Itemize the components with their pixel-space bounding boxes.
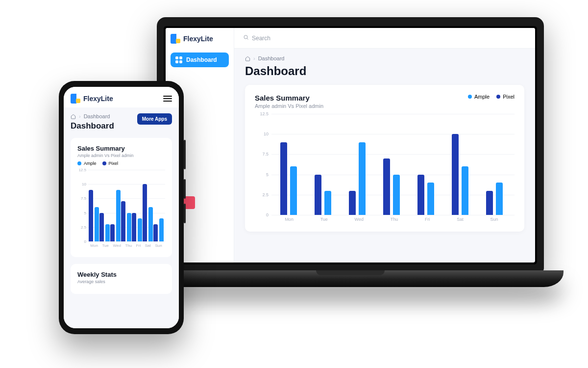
bar[interactable]	[127, 213, 131, 241]
bar[interactable]	[280, 142, 287, 215]
y-tick: 0	[255, 212, 269, 217]
card-title: Sales Summary	[77, 145, 165, 152]
bar[interactable]	[143, 184, 147, 241]
bar[interactable]	[393, 175, 400, 215]
card-subtitle: Ample admin Vs Pixel admin	[77, 153, 165, 158]
bar[interactable]	[121, 201, 125, 241]
bar[interactable]	[153, 224, 158, 241]
bar[interactable]	[417, 175, 424, 215]
legend-ample[interactable]: Ample	[77, 161, 97, 166]
svg-line-1	[247, 38, 248, 39]
breadcrumb-separator: ›	[79, 113, 81, 119]
desktop-app: FlexyLite Dashboard Search	[166, 28, 535, 263]
bar[interactable]	[148, 207, 153, 241]
bar[interactable]	[452, 134, 459, 215]
home-icon[interactable]	[71, 114, 76, 119]
bar[interactable]	[89, 190, 93, 241]
x-tick: Mon	[285, 217, 294, 227]
x-tick: Thu	[125, 243, 132, 253]
home-icon[interactable]	[245, 56, 250, 61]
bar[interactable]	[132, 213, 136, 241]
breadcrumb-current[interactable]: Dashboard	[258, 55, 285, 61]
bar[interactable]	[427, 183, 434, 215]
page-title: Dashboard	[71, 121, 114, 131]
y-tick: 7.5	[77, 196, 86, 201]
bar[interactable]	[315, 175, 321, 215]
top-search-bar[interactable]: Search	[234, 28, 535, 49]
bar[interactable]	[324, 191, 331, 215]
y-tick: 12.5	[77, 168, 86, 172]
y-tick: 0	[77, 239, 86, 244]
breadcrumb-current[interactable]: Dashboard	[84, 113, 110, 119]
bar[interactable]	[110, 224, 115, 241]
chart-legend: Ample Pixel	[77, 161, 165, 166]
search-placeholder: Search	[252, 35, 270, 42]
bar[interactable]	[105, 224, 110, 241]
sales-summary-card: Sales Summary Ample admin Vs Pixel admin…	[71, 138, 172, 257]
bar[interactable]	[290, 166, 297, 215]
bar[interactable]	[99, 213, 104, 241]
chart-legend: Ample Pixel	[468, 94, 514, 100]
x-tick: Tue	[102, 243, 109, 253]
bar-group	[99, 213, 110, 241]
bar[interactable]	[486, 191, 493, 215]
breadcrumb: › Dashboard	[245, 55, 524, 61]
legend-pixel[interactable]: Pixel	[496, 94, 514, 100]
y-tick: 7.5	[255, 152, 269, 157]
bar[interactable]	[159, 218, 164, 241]
sidebar-item-dashboard[interactable]: Dashboard	[171, 53, 229, 67]
x-tick: Sat	[145, 243, 151, 253]
bar-group	[417, 175, 434, 215]
y-tick: 10	[77, 182, 86, 186]
bar-group	[280, 142, 297, 215]
bar-group	[452, 134, 468, 215]
sales-summary-chart: 02.557.51012.5MonTueWedThuFriSatSun	[77, 170, 165, 253]
y-tick: 2.5	[77, 225, 86, 229]
card-subtitle: Ample admin Vs Pixel admin	[255, 103, 323, 109]
x-tick: Wed	[113, 243, 121, 253]
sales-summary-card: Sales Summary Ample admin Vs Pixel admin…	[245, 85, 524, 232]
x-tick: Thu	[391, 217, 398, 227]
mobile-topbar: FlexyLite	[64, 87, 179, 107]
laptop-device-frame: FlexyLite Dashboard Search	[137, 17, 564, 312]
bar-group	[121, 201, 131, 241]
legend-pixel[interactable]: Pixel	[102, 161, 119, 166]
bar-group	[315, 175, 331, 215]
y-tick: 5	[77, 210, 86, 215]
legend-ample[interactable]: Ample	[468, 94, 490, 100]
bar-group	[132, 213, 142, 241]
phone-device-frame: FlexyLite › Dashboard	[59, 81, 184, 334]
brand-logo[interactable]: FlexyLite	[71, 94, 113, 104]
bar[interactable]	[138, 218, 142, 241]
brand-name: FlexyLite	[83, 95, 113, 103]
bar-group	[143, 184, 153, 241]
x-tick: Sun	[490, 217, 498, 227]
x-tick: Tue	[320, 217, 328, 227]
mobile-app: FlexyLite › Dashboard	[64, 87, 179, 328]
x-tick: Wed	[355, 217, 364, 227]
bar[interactable]	[359, 142, 366, 215]
y-tick: 10	[255, 131, 269, 136]
brand-logo[interactable]: FlexyLite	[171, 34, 229, 44]
y-tick: 2.5	[255, 192, 269, 197]
hamburger-menu-icon[interactable]	[163, 96, 172, 102]
bar[interactable]	[496, 183, 503, 215]
bar[interactable]	[349, 191, 356, 215]
bar-group	[110, 190, 121, 241]
x-tick: Mon	[90, 243, 98, 253]
bar-group	[486, 183, 503, 215]
card-title: Sales Summary	[255, 94, 323, 102]
breadcrumb-separator: ›	[253, 55, 255, 61]
more-apps-button[interactable]: More Apps	[137, 113, 172, 125]
bar-group	[349, 142, 366, 215]
y-tick: 12.5	[255, 111, 269, 116]
y-tick: 5	[255, 172, 269, 177]
bar-group	[89, 190, 99, 241]
brand-logo-icon	[171, 34, 180, 44]
bar[interactable]	[95, 207, 99, 241]
weekly-stats-card: Weekly Stats Average sales	[71, 264, 172, 294]
bar[interactable]	[116, 190, 121, 241]
x-tick: Sun	[155, 243, 162, 253]
bar[interactable]	[462, 166, 468, 215]
bar[interactable]	[383, 158, 390, 215]
